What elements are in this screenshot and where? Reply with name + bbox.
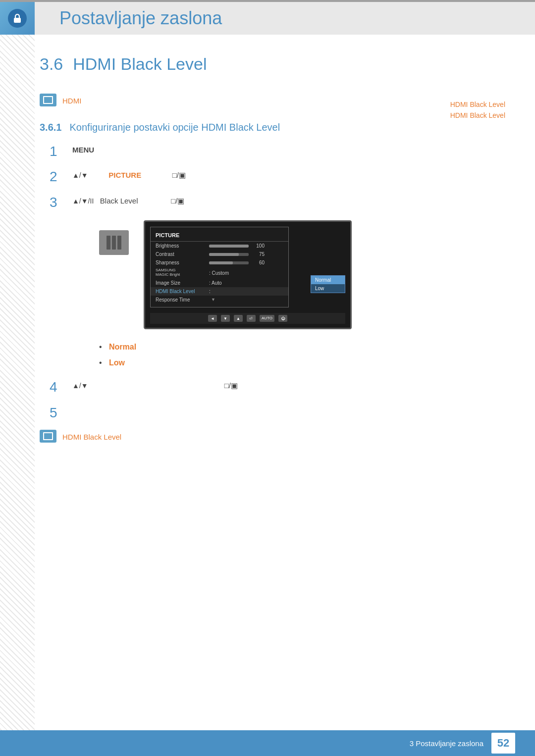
step-2-nav: ▲/▼ [72,171,88,179]
osd-image-size-label: Image Size [156,280,205,286]
step-3-action: □/▣ [171,197,184,205]
header-bar: Postavljanje zaslona [0,0,535,35]
osd-response-row: Response Time ▼ [151,296,288,304]
osd-nav-bar: ◄ ▼ ▲ ⏎ AUTO ⏻ [150,313,345,324]
step-3-content: ▲/▼/II Black Level □/▣ [72,194,495,207]
osd-title: PICTURE [151,230,288,242]
step-4-content: ▲/▼ □/▣ [72,379,495,392]
note-icon-1 [40,94,56,106]
page-title: Postavljanje zaslona [59,8,222,29]
monitor-container: PICTURE Brightness 100 Contrast [99,220,456,329]
step-4-action: □/▣ [224,381,238,390]
osd-hdmi-black-row: HDMI Black Level : [151,287,288,296]
monitor-icon [99,230,129,255]
osd-magic-bright-label: SAMSUNGMAGIC Bright [156,268,205,277]
svg-rect-0 [14,18,21,23]
note-icon-2 [40,430,56,443]
step-2-content: ▲/▼ PICTURE □/▣ [72,168,495,182]
osd-contrast-row: Contrast 75 [151,250,288,258]
monitor-screen: PICTURE Brightness 100 Contrast [144,220,352,329]
osd-dropdown-low: Low [311,284,345,293]
osd-hdmi-black-value: : [209,289,211,294]
osd-menu: PICTURE Brightness 100 Contrast [150,227,289,307]
step-2-row: 2 ▲/▼ PICTURE □/▣ [50,168,495,185]
sub-section-title: Konfiguriranje postavki opcije HDMI Blac… [69,122,280,133]
step-4-nav: ▲/▼ [72,382,88,390]
osd-dropdown: Normal Low [311,275,345,293]
step-5-row: 5 [50,404,495,421]
osd-brightness-label: Brightness [156,243,205,249]
osd-image-size-row: Image Size : Auto [151,279,288,287]
footer-text: 3 Postavljanje zaslona [410,739,483,748]
step-1-row: 1 MENU [50,143,495,160]
option-normal: Normal [99,339,495,355]
section-number: 3.6 [40,54,63,74]
header-accent [0,2,35,35]
main-content: HDMI Black Level HDMI Black Level 3.6 HD… [0,35,535,483]
osd-image-size-value: : Auto [209,280,222,286]
sidebar-note-line2: HDMI Black Level [450,110,505,121]
bar-1 [107,236,110,250]
step-1-number: 1 [50,143,64,160]
options-list: Normal Low [99,339,495,371]
osd-nav-power: ⏻ [278,315,287,322]
osd-response-label: Response Time [156,297,205,302]
osd-magic-bright-value: : Custom [209,270,229,276]
osd-sharpness-row: Sharpness 60 [151,258,288,267]
osd-sharpness-value: 60 [253,260,265,265]
steps-container: 1 MENU 2 ▲/▼ PICTURE □/▣ 3 ▲/▼/II [50,143,495,211]
sub-section-number: 3.6.1 [40,122,61,133]
note-hdmi-text: HDMI [62,94,81,107]
step-3-blacklevel: Black Level [100,197,138,205]
note-row-hdmi: HDMI [40,94,495,107]
step-2-picture: PICTURE [108,171,141,179]
note-row-hdmi-2: HDMI Black Level [40,430,495,443]
osd-brightness-row: Brightness 100 [151,242,288,250]
step-3-number: 3 [50,194,64,211]
header-icon [8,9,27,28]
osd-contrast-bar [209,253,249,256]
bar-2 [112,236,116,250]
osd-dropdown-normal: Normal [311,276,345,284]
step-4-row: 4 ▲/▼ □/▣ [50,379,495,396]
osd-sharpness-fill [209,261,233,264]
monitor-icon-bars [107,236,121,250]
footer-page: 52 [491,733,515,754]
footer-bar: 3 Postavljanje zaslona 52 [0,730,535,756]
step-2-number: 2 [50,168,64,185]
note-hdmi-black-text: HDMI Black Level [62,430,121,443]
step-3-row: 3 ▲/▼/II Black Level □/▣ [50,194,495,211]
osd-nav-left: ◄ [208,315,217,322]
osd-brightness-bar [209,245,249,248]
step-4-number: 4 [50,379,64,396]
step-1-menu-label: MENU [72,146,94,154]
step-2-action: □/▣ [172,171,186,179]
section-heading: 3.6 HDMI Black Level [40,54,495,74]
sub-section-heading: 3.6.1 Konfiguriranje postavki opcije HDM… [40,122,495,133]
step-1-content: MENU [72,143,495,156]
osd-contrast-value: 75 [253,252,265,257]
osd-arrow-down: ▼ [209,297,215,302]
step-3-nav: ▲/▼/II [72,197,94,205]
osd-sharpness-label: Sharpness [156,260,205,265]
section-title: HDMI Black Level [73,54,207,74]
osd-brightness-value: 100 [253,243,265,249]
osd-sharpness-bar [209,261,249,264]
step-5-number: 5 [50,404,64,421]
osd-contrast-fill [209,253,239,256]
steps-container-2: 4 ▲/▼ □/▣ 5 [50,379,495,421]
osd-hdmi-black-label: HDMI Black Level [156,289,205,294]
option-low: Low [99,355,495,371]
osd-nav-enter: ⏎ [247,315,256,322]
bar-3 [117,236,121,250]
osd-brightness-fill [209,245,249,248]
osd-nav-up: ▲ [234,315,243,322]
sidebar-note-line1: HDMI Black Level [450,99,505,110]
sidebar-note: HDMI Black Level HDMI Black Level [450,99,505,121]
lock-icon [12,13,23,24]
osd-nav-auto: AUTO [260,315,274,322]
osd-magic-bright-row: SAMSUNGMAGIC Bright : Custom [151,267,288,279]
osd-nav-down: ▼ [221,315,230,322]
osd-contrast-label: Contrast [156,252,205,257]
